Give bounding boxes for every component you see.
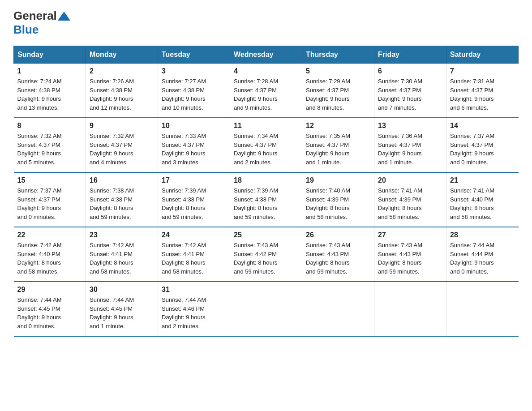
calendar-day-cell: 31Sunrise: 7:44 AMSunset: 4:46 PMDayligh… xyxy=(158,282,230,336)
calendar-week-row: 29Sunrise: 7:44 AMSunset: 4:45 PMDayligh… xyxy=(14,282,519,336)
weekday-header-saturday: Saturday xyxy=(446,46,519,64)
calendar-week-row: 8Sunrise: 7:32 AMSunset: 4:37 PMDaylight… xyxy=(14,118,519,172)
calendar-day-cell: 13Sunrise: 7:36 AMSunset: 4:37 PMDayligh… xyxy=(374,118,446,172)
calendar-day-cell: 9Sunrise: 7:32 AMSunset: 4:37 PMDaylight… xyxy=(86,118,158,172)
weekday-header-tuesday: Tuesday xyxy=(158,46,230,64)
calendar-day-cell: 6Sunrise: 7:30 AMSunset: 4:37 PMDaylight… xyxy=(374,64,446,118)
day-number: 27 xyxy=(378,231,442,239)
day-number: 12 xyxy=(306,122,370,130)
calendar-day-cell: 1Sunrise: 7:24 AMSunset: 4:38 PMDaylight… xyxy=(14,64,86,118)
day-number: 18 xyxy=(234,176,298,184)
day-number: 23 xyxy=(90,231,154,239)
day-info: Sunrise: 7:36 AMSunset: 4:37 PMDaylight:… xyxy=(378,132,442,167)
day-number: 28 xyxy=(450,231,515,239)
day-info: Sunrise: 7:42 AMSunset: 4:41 PMDaylight:… xyxy=(90,241,154,276)
calendar-day-cell: 7Sunrise: 7:31 AMSunset: 4:37 PMDaylight… xyxy=(446,64,519,118)
day-number: 2 xyxy=(90,67,154,75)
calendar-day-cell: 23Sunrise: 7:42 AMSunset: 4:41 PMDayligh… xyxy=(86,227,158,282)
logo-blue-text: Blue xyxy=(13,23,39,36)
calendar-day-cell: 16Sunrise: 7:38 AMSunset: 4:38 PMDayligh… xyxy=(86,172,158,227)
day-number: 15 xyxy=(17,176,82,184)
calendar-day-cell: 12Sunrise: 7:35 AMSunset: 4:37 PMDayligh… xyxy=(302,118,374,172)
day-number: 5 xyxy=(306,67,370,75)
day-info: Sunrise: 7:43 AMSunset: 4:43 PMDaylight:… xyxy=(378,241,442,276)
day-info: Sunrise: 7:28 AMSunset: 4:37 PMDaylight:… xyxy=(234,77,298,112)
day-number: 4 xyxy=(234,67,298,75)
calendar-day-cell: 15Sunrise: 7:37 AMSunset: 4:37 PMDayligh… xyxy=(14,172,86,227)
calendar-day-cell xyxy=(374,282,446,336)
day-number: 25 xyxy=(234,231,298,239)
day-info: Sunrise: 7:33 AMSunset: 4:37 PMDaylight:… xyxy=(162,132,226,167)
day-number: 9 xyxy=(90,122,154,130)
calendar-day-cell: 19Sunrise: 7:40 AMSunset: 4:39 PMDayligh… xyxy=(302,172,374,227)
day-info: Sunrise: 7:44 AMSunset: 4:45 PMDaylight:… xyxy=(17,295,82,330)
calendar-day-cell: 25Sunrise: 7:43 AMSunset: 4:42 PMDayligh… xyxy=(230,227,302,282)
day-number: 1 xyxy=(17,67,82,75)
page-header: General Blue xyxy=(13,9,519,37)
calendar-day-cell: 30Sunrise: 7:44 AMSunset: 4:45 PMDayligh… xyxy=(86,282,158,336)
day-info: Sunrise: 7:44 AMSunset: 4:46 PMDaylight:… xyxy=(162,295,226,330)
day-info: Sunrise: 7:32 AMSunset: 4:37 PMDaylight:… xyxy=(90,132,154,167)
day-number: 7 xyxy=(450,67,515,75)
calendar-day-cell: 28Sunrise: 7:44 AMSunset: 4:44 PMDayligh… xyxy=(446,227,519,282)
day-number: 30 xyxy=(90,286,154,294)
day-info: Sunrise: 7:26 AMSunset: 4:38 PMDaylight:… xyxy=(90,77,154,112)
day-info: Sunrise: 7:42 AMSunset: 4:40 PMDaylight:… xyxy=(17,241,82,276)
day-number: 21 xyxy=(450,176,515,184)
day-info: Sunrise: 7:34 AMSunset: 4:37 PMDaylight:… xyxy=(234,132,298,167)
calendar-day-cell: 21Sunrise: 7:41 AMSunset: 4:40 PMDayligh… xyxy=(446,172,519,227)
day-info: Sunrise: 7:39 AMSunset: 4:38 PMDaylight:… xyxy=(234,186,298,221)
calendar-day-cell: 22Sunrise: 7:42 AMSunset: 4:40 PMDayligh… xyxy=(14,227,86,282)
logo-triangle-icon xyxy=(58,12,70,21)
calendar-day-cell: 17Sunrise: 7:39 AMSunset: 4:38 PMDayligh… xyxy=(158,172,230,227)
day-number: 19 xyxy=(306,176,370,184)
calendar-day-cell: 4Sunrise: 7:28 AMSunset: 4:37 PMDaylight… xyxy=(230,64,302,118)
day-info: Sunrise: 7:30 AMSunset: 4:37 PMDaylight:… xyxy=(378,77,442,112)
day-number: 20 xyxy=(378,176,442,184)
calendar-day-cell: 11Sunrise: 7:34 AMSunset: 4:37 PMDayligh… xyxy=(230,118,302,172)
calendar-day-cell: 29Sunrise: 7:44 AMSunset: 4:45 PMDayligh… xyxy=(14,282,86,336)
day-number: 13 xyxy=(378,122,442,130)
day-info: Sunrise: 7:35 AMSunset: 4:37 PMDaylight:… xyxy=(306,132,370,167)
calendar-day-cell xyxy=(230,282,302,336)
calendar-day-cell: 18Sunrise: 7:39 AMSunset: 4:38 PMDayligh… xyxy=(230,172,302,227)
day-info: Sunrise: 7:38 AMSunset: 4:38 PMDaylight:… xyxy=(90,186,154,221)
day-info: Sunrise: 7:41 AMSunset: 4:39 PMDaylight:… xyxy=(378,186,442,221)
day-number: 3 xyxy=(162,67,226,75)
calendar-day-cell: 3Sunrise: 7:27 AMSunset: 4:38 PMDaylight… xyxy=(158,64,230,118)
day-number: 29 xyxy=(17,286,82,294)
calendar-day-cell: 24Sunrise: 7:42 AMSunset: 4:41 PMDayligh… xyxy=(158,227,230,282)
day-info: Sunrise: 7:42 AMSunset: 4:41 PMDaylight:… xyxy=(162,241,226,276)
day-info: Sunrise: 7:37 AMSunset: 4:37 PMDaylight:… xyxy=(17,186,82,221)
day-number: 14 xyxy=(450,122,515,130)
calendar-week-row: 22Sunrise: 7:42 AMSunset: 4:40 PMDayligh… xyxy=(14,227,519,282)
day-info: Sunrise: 7:44 AMSunset: 4:44 PMDaylight:… xyxy=(450,241,515,276)
weekday-header-row: SundayMondayTuesdayWednesdayThursdayFrid… xyxy=(14,46,519,64)
day-number: 26 xyxy=(306,231,370,239)
calendar-week-row: 15Sunrise: 7:37 AMSunset: 4:37 PMDayligh… xyxy=(14,172,519,227)
day-info: Sunrise: 7:41 AMSunset: 4:40 PMDaylight:… xyxy=(450,186,515,221)
day-info: Sunrise: 7:37 AMSunset: 4:37 PMDaylight:… xyxy=(450,132,515,167)
day-info: Sunrise: 7:29 AMSunset: 4:37 PMDaylight:… xyxy=(306,77,370,112)
day-info: Sunrise: 7:24 AMSunset: 4:38 PMDaylight:… xyxy=(17,77,82,112)
calendar-day-cell: 2Sunrise: 7:26 AMSunset: 4:38 PMDaylight… xyxy=(86,64,158,118)
logo: General Blue xyxy=(13,9,71,37)
day-info: Sunrise: 7:39 AMSunset: 4:38 PMDaylight:… xyxy=(162,186,226,221)
day-info: Sunrise: 7:27 AMSunset: 4:38 PMDaylight:… xyxy=(162,77,226,112)
day-info: Sunrise: 7:32 AMSunset: 4:37 PMDaylight:… xyxy=(17,132,82,167)
calendar-day-cell: 14Sunrise: 7:37 AMSunset: 4:37 PMDayligh… xyxy=(446,118,519,172)
day-number: 24 xyxy=(162,231,226,239)
day-info: Sunrise: 7:44 AMSunset: 4:45 PMDaylight:… xyxy=(90,295,154,330)
day-info: Sunrise: 7:40 AMSunset: 4:39 PMDaylight:… xyxy=(306,186,370,221)
weekday-header-sunday: Sunday xyxy=(14,46,86,64)
weekday-header-monday: Monday xyxy=(86,46,158,64)
weekday-header-friday: Friday xyxy=(374,46,446,64)
day-info: Sunrise: 7:43 AMSunset: 4:42 PMDaylight:… xyxy=(234,241,298,276)
weekday-header-wednesday: Wednesday xyxy=(230,46,302,64)
calendar-day-cell: 27Sunrise: 7:43 AMSunset: 4:43 PMDayligh… xyxy=(374,227,446,282)
logo-general-text: General xyxy=(13,9,57,23)
day-number: 22 xyxy=(17,231,82,239)
day-number: 8 xyxy=(17,122,82,130)
calendar-day-cell: 8Sunrise: 7:32 AMSunset: 4:37 PMDaylight… xyxy=(14,118,86,172)
calendar-day-cell xyxy=(302,282,374,336)
